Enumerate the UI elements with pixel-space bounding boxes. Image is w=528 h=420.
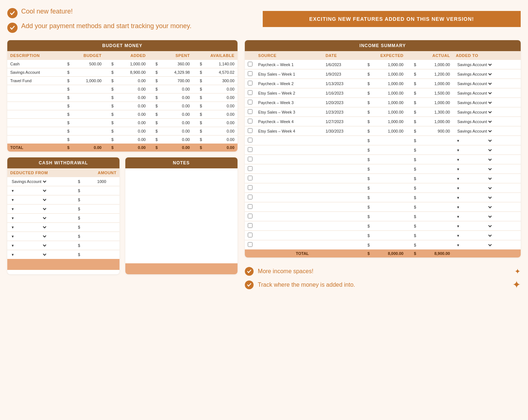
cw-cell-from-7[interactable]: ▾ Savings Account Cash Travel Fund (7, 241, 71, 250)
income-cell-added-to-16[interactable]: ▾ Savings Account Cash Travel Fund (453, 212, 521, 221)
income-added-to-select-1[interactable]: Savings Account Cash Travel Fund (456, 72, 493, 77)
income-added-to-select-2[interactable]: Savings Account Cash Travel Fund (456, 81, 493, 86)
income-cell-check-2[interactable] (245, 79, 255, 88)
income-cell-added-to-3[interactable]: Savings Account Cash Travel Fund (453, 88, 521, 98)
income-added-to-select-12[interactable]: ▾ Savings Account Cash Travel Fund (456, 176, 493, 181)
cw-from-select-3[interactable]: ▾ Savings Account Cash Travel Fund (10, 206, 48, 211)
income-checkbox-8[interactable] (248, 138, 252, 142)
income-added-to-select-19[interactable]: ▾ Savings Account Cash Travel Fund (456, 243, 493, 248)
income-cell-added-to-0[interactable]: Savings Account Cash Travel Fund (453, 60, 521, 69)
cw-cell-from-6[interactable]: ▾ Savings Account Cash Travel Fund (7, 232, 71, 241)
income-cell-check-0[interactable] (245, 60, 255, 69)
income-added-to-select-17[interactable]: ▾ Savings Account Cash Travel Fund (456, 224, 493, 229)
income-checkbox-6[interactable] (248, 119, 252, 123)
income-cell-added-to-8[interactable]: ▾ Savings Account Cash Travel Fund (453, 136, 521, 145)
income-cell-added-to-6[interactable]: Savings Account Cash Travel Fund (453, 117, 521, 126)
income-checkbox-9[interactable] (248, 147, 252, 152)
income-cell-added-to-9[interactable]: ▾ Savings Account Cash Travel Fund (453, 145, 521, 155)
cw-from-select-4[interactable]: ▾ Savings Account Cash Travel Fund (10, 215, 48, 221)
income-added-to-select-7[interactable]: Savings Account Cash Travel Fund (456, 129, 493, 134)
income-added-to-select-5[interactable]: Savings Account Cash Travel Fund (456, 110, 493, 115)
income-added-to-select-10[interactable]: ▾ Savings Account Cash Travel Fund (456, 157, 493, 162)
income-checkbox-19[interactable] (248, 242, 252, 247)
income-added-to-select-9[interactable]: ▾ Savings Account Cash Travel Fund (456, 148, 493, 153)
income-checkbox-4[interactable] (248, 100, 252, 104)
income-checkbox-3[interactable] (248, 90, 252, 95)
income-cell-added-to-15[interactable]: ▾ Savings Account Cash Travel Fund (453, 202, 521, 212)
income-cell-added-to-11[interactable]: ▾ Savings Account Cash Travel Fund (453, 164, 521, 174)
income-cell-added-to-14[interactable]: ▾ Savings Account Cash Travel Fund (453, 193, 521, 202)
cw-from-select-0[interactable]: Savings Account Cash Travel Fund (10, 179, 48, 184)
income-cell-check-19[interactable] (245, 240, 255, 250)
cw-from-select-1[interactable]: ▾ Savings Account Cash Travel Fund (10, 188, 48, 193)
cw-from-select-5[interactable]: ▾ Savings Account Cash Travel Fund (10, 225, 48, 230)
cw-cell-from-0[interactable]: Savings Account Cash Travel Fund (7, 177, 71, 186)
income-checkbox-2[interactable] (248, 81, 252, 85)
income-cell-added-to-10[interactable]: ▾ Savings Account Cash Travel Fund (453, 155, 521, 164)
income-added-to-select-4[interactable]: Savings Account Cash Travel Fund (456, 100, 493, 105)
income-cell-check-5[interactable] (245, 107, 255, 117)
income-added-to-select-11[interactable]: ▾ Savings Account Cash Travel Fund (456, 167, 493, 172)
income-checkbox-17[interactable] (248, 223, 252, 228)
income-added-to-select-3[interactable]: Savings Account Cash Travel Fund (456, 91, 493, 96)
income-added-to-select-13[interactable]: ▾ Savings Account Cash Travel Fund (456, 186, 493, 191)
income-checkbox-13[interactable] (248, 185, 252, 190)
income-checkbox-0[interactable] (248, 62, 252, 66)
cw-cell-from-3[interactable]: ▾ Savings Account Cash Travel Fund (7, 205, 71, 214)
income-checkbox-18[interactable] (248, 233, 252, 237)
cw-cell-from-2[interactable]: ▾ Savings Account Cash Travel Fund (7, 195, 71, 205)
budget-total-available-sign: $ (193, 144, 205, 152)
income-cell-check-6[interactable] (245, 117, 255, 126)
cw-from-select-7[interactable]: ▾ Savings Account Cash Travel Fund (10, 243, 48, 248)
cw-cell-from-5[interactable]: ▾ Savings Account Cash Travel Fund (7, 223, 71, 232)
income-cell-check-1[interactable] (245, 69, 255, 79)
cw-cell-from-8[interactable]: ▾ Savings Account Cash Travel Fund (7, 250, 71, 259)
income-checkbox-7[interactable] (248, 128, 252, 133)
income-cell-check-18[interactable] (245, 231, 255, 240)
income-cell-check-12[interactable] (245, 174, 255, 183)
income-cell-check-14[interactable] (245, 193, 255, 202)
income-checkbox-16[interactable] (248, 214, 252, 218)
income-cell-check-9[interactable] (245, 145, 255, 155)
income-checkbox-1[interactable] (248, 71, 252, 76)
income-checkbox-11[interactable] (248, 166, 252, 171)
income-checkbox-15[interactable] (248, 204, 252, 209)
income-added-to-select-16[interactable]: ▾ Savings Account Cash Travel Fund (456, 214, 493, 219)
income-cell-added-to-5[interactable]: Savings Account Cash Travel Fund (453, 107, 521, 117)
income-cell-check-16[interactable] (245, 212, 255, 221)
income-cell-added-to-4[interactable]: Savings Account Cash Travel Fund (453, 98, 521, 107)
income-added-to-select-0[interactable]: Savings Account Cash Travel Fund (456, 62, 493, 67)
income-added-to-select-14[interactable]: ▾ Savings Account Cash Travel Fund (456, 195, 493, 200)
income-cell-check-13[interactable] (245, 183, 255, 193)
income-cell-added-to-17[interactable]: ▾ Savings Account Cash Travel Fund (453, 221, 521, 231)
income-cell-check-17[interactable] (245, 221, 255, 231)
cw-from-select-8[interactable]: ▾ Savings Account Cash Travel Fund (10, 252, 48, 257)
income-cell-check-10[interactable] (245, 155, 255, 164)
income-checkbox-5[interactable] (248, 109, 252, 114)
income-cell-added-to-2[interactable]: Savings Account Cash Travel Fund (453, 79, 521, 88)
income-cell-check-4[interactable] (245, 98, 255, 107)
income-added-to-select-8[interactable]: ▾ Savings Account Cash Travel Fund (456, 138, 493, 143)
income-cell-added-to-7[interactable]: Savings Account Cash Travel Fund (453, 126, 521, 136)
income-checkbox-12[interactable] (248, 176, 252, 180)
cw-from-select-2[interactable]: ▾ Savings Account Cash Travel Fund (10, 197, 48, 202)
income-added-to-select-6[interactable]: Savings Account Cash Travel Fund (456, 119, 493, 124)
income-cell-added-to-19[interactable]: ▾ Savings Account Cash Travel Fund (453, 240, 521, 250)
income-added-to-select-18[interactable]: ▾ Savings Account Cash Travel Fund (456, 233, 493, 238)
cw-cell-from-1[interactable]: ▾ Savings Account Cash Travel Fund (7, 186, 71, 195)
notes-body[interactable] (125, 168, 238, 263)
cw-from-select-6[interactable]: ▾ Savings Account Cash Travel Fund (10, 234, 48, 239)
income-cell-check-7[interactable] (245, 126, 255, 136)
income-cell-check-11[interactable] (245, 164, 255, 174)
income-cell-added-to-12[interactable]: ▾ Savings Account Cash Travel Fund (453, 174, 521, 183)
cw-cell-from-4[interactable]: ▾ Savings Account Cash Travel Fund (7, 214, 71, 223)
income-cell-added-to-13[interactable]: ▾ Savings Account Cash Travel Fund (453, 183, 521, 193)
income-checkbox-10[interactable] (248, 157, 252, 161)
income-cell-check-8[interactable] (245, 136, 255, 145)
income-checkbox-14[interactable] (248, 195, 252, 199)
income-cell-added-to-1[interactable]: Savings Account Cash Travel Fund (453, 69, 521, 79)
income-cell-check-3[interactable] (245, 88, 255, 98)
income-added-to-select-15[interactable]: ▾ Savings Account Cash Travel Fund (456, 205, 493, 210)
income-cell-added-to-18[interactable]: ▾ Savings Account Cash Travel Fund (453, 231, 521, 240)
income-cell-check-15[interactable] (245, 202, 255, 212)
